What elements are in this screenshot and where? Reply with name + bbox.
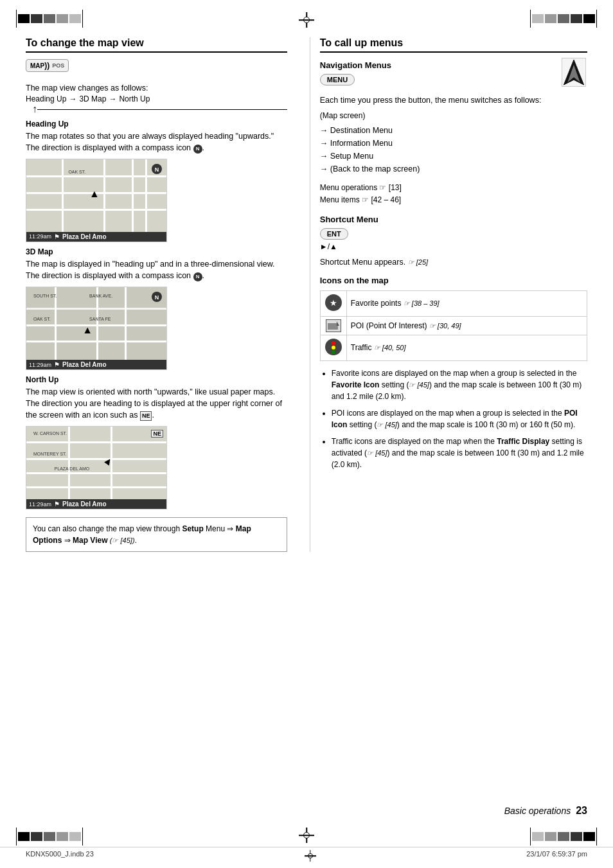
- street: [62, 159, 64, 242]
- svg-text:N: N: [155, 294, 159, 301]
- left-column: To change the map view MAP )) POS The ma…: [26, 37, 306, 552]
- street: [132, 159, 134, 242]
- loop-arrow-icon: ↑: [32, 104, 37, 114]
- place-name-2: Plaza Del Amo: [62, 361, 107, 368]
- street: [125, 287, 127, 369]
- table-row: ★ Favorite points ☞ [38 – 39]: [320, 290, 587, 316]
- map-time: 11:29am: [29, 233, 51, 240]
- svg-point-12: [332, 346, 335, 350]
- street-label: PLAZA DEL AMO: [55, 466, 90, 471]
- compass-icon: N: [193, 145, 202, 154]
- icon-cell-poi: [320, 316, 346, 335]
- footer: KDNX5000_J.indb 23 23/1/07 6:59:37 pm: [0, 847, 613, 868]
- menu-ref2: Menu items ☞ [42 – 46]: [320, 194, 587, 206]
- color-swatch: [545, 832, 556, 841]
- color-swatch: [31, 832, 42, 841]
- map-streets-3: W. CARSON ST. MONTEREY ST. PLAZA DEL AMO…: [26, 427, 166, 509]
- icon-desc-traffic: Traffic ☞ [40, 50]: [346, 335, 587, 360]
- ne-corner-icon: NE: [151, 430, 163, 438]
- street-label: W. CARSON ST.: [33, 431, 67, 436]
- ent-btn-label: ENT: [327, 230, 341, 238]
- menu-button[interactable]: MENU: [320, 74, 355, 85]
- loop-line: [37, 109, 287, 110]
- icon-desc-favorite: Favorite points ☞ [38 – 39]: [346, 290, 587, 316]
- color-swatch: [44, 14, 55, 23]
- list-item: Destination Menu: [320, 124, 587, 137]
- svg-point-13: [332, 350, 335, 354]
- street: [96, 287, 98, 369]
- color-swatch: [18, 832, 30, 841]
- ent-button[interactable]: ENT: [320, 228, 348, 240]
- right-column: To call up menus Navigation Menus MENU E…: [314, 37, 587, 552]
- color-bar-right: [532, 14, 595, 23]
- note-text3: ⇒: [64, 536, 73, 545]
- place-icon-3: ⚑: [54, 500, 60, 508]
- shortcut-subtitle: Shortcut Menu: [320, 215, 587, 224]
- vert-line: [82, 10, 83, 28]
- street: [111, 427, 112, 509]
- table-row: Traffic ☞ [40, 50]: [320, 335, 587, 360]
- bullet-ref: ☞ [45]: [367, 449, 387, 457]
- menu-btn-label: MENU: [327, 76, 348, 84]
- note-bold1: Setup: [182, 524, 203, 533]
- color-swatch: [558, 832, 569, 841]
- street: [26, 472, 166, 474]
- svg-rect-8: [328, 323, 338, 330]
- left-section-title: To change the map view: [26, 37, 287, 53]
- favorite-icon: ★: [324, 294, 342, 312]
- shortcut-desc: Shortcut Menu appears. ☞ [25]: [320, 256, 587, 268]
- note-box: You can also change the map view through…: [26, 517, 287, 552]
- nav-menu-list: Destination Menu Information Menu Setup …: [320, 124, 587, 175]
- color-swatch: [44, 832, 55, 841]
- street: [26, 486, 166, 488]
- heading-up-map: OAK ST. ▲ N 11:29am ⚑ Plaza Del Amo: [26, 159, 167, 242]
- icons-table: ★ Favorite points ☞ [38 – 39]: [320, 290, 587, 361]
- bullet-bold: Traffic Display: [497, 437, 549, 446]
- footer-left: KDNX5000_J.indb 23: [26, 850, 94, 862]
- color-swatch: [69, 832, 81, 841]
- vert-line: [596, 828, 597, 846]
- place-icon: ⚑: [54, 233, 60, 240]
- bullet-ref: ☞ [45]: [409, 381, 429, 389]
- map-streets-2: SOUTH ST. BANK AVE. OAK ST. SANTA FE ▲ N: [26, 287, 166, 369]
- footer-reg-mark: [305, 850, 316, 862]
- icon-desc-poi: POI (Point Of Interest) ☞ [30, 49]: [346, 316, 587, 335]
- color-swatch: [558, 14, 569, 23]
- color-swatch: [31, 14, 42, 23]
- place-name-3: Plaza Del Amo: [62, 500, 107, 508]
- list-item: Traffic icons are displayed on the map w…: [332, 436, 587, 470]
- heading-up-label: Heading Up: [26, 120, 287, 128]
- icon-ref-poi: ☞ [30, 49]: [429, 322, 461, 330]
- map-button[interactable]: MAP )) POS: [26, 59, 69, 72]
- column-divider: [310, 37, 310, 552]
- list-item: (Back to the map screen): [320, 163, 587, 175]
- marks-bottom-left: [16, 828, 83, 846]
- color-swatch: [571, 14, 582, 23]
- map-caption-1: 11:29am ⚑ Plaza Del Amo: [26, 232, 166, 242]
- poi-icon: [326, 319, 341, 332]
- map-caption-2: 11:29am ⚑ Plaza Del Amo: [26, 360, 166, 369]
- marks-right: [530, 10, 597, 28]
- svg-text:N: N: [155, 166, 159, 173]
- bullet-ref: ☞ [45]: [377, 421, 396, 429]
- street-label: OAK ST.: [33, 317, 51, 321]
- page-num-area: Basic operations 23: [504, 805, 587, 817]
- marks-left: [16, 10, 83, 28]
- color-swatch: [57, 832, 68, 841]
- street-label: SANTA FE: [89, 317, 111, 321]
- color-swatch: [545, 14, 556, 23]
- shortcut-ref: ☞ [25]: [408, 258, 428, 266]
- icon-ref-fav: ☞ [38 – 39]: [404, 299, 440, 307]
- color-swatch: [18, 14, 30, 23]
- street: [145, 159, 147, 242]
- icon-cell-traffic: [320, 335, 346, 360]
- icon-ref-traffic: ☞ [40, 50]: [374, 344, 406, 351]
- list-item: Favorite icons are displayed on the map …: [332, 368, 587, 402]
- flow-loop: ↑: [26, 104, 287, 114]
- street-label: MONTEREY ST.: [33, 452, 67, 456]
- street: [26, 441, 166, 443]
- compass-overlay-2: N: [150, 290, 163, 303]
- note-bold3: Map View: [73, 536, 107, 545]
- bullet-list: Favorite icons are displayed on the map …: [320, 368, 587, 470]
- main-content: To change the map view MAP )) POS The ma…: [0, 31, 613, 558]
